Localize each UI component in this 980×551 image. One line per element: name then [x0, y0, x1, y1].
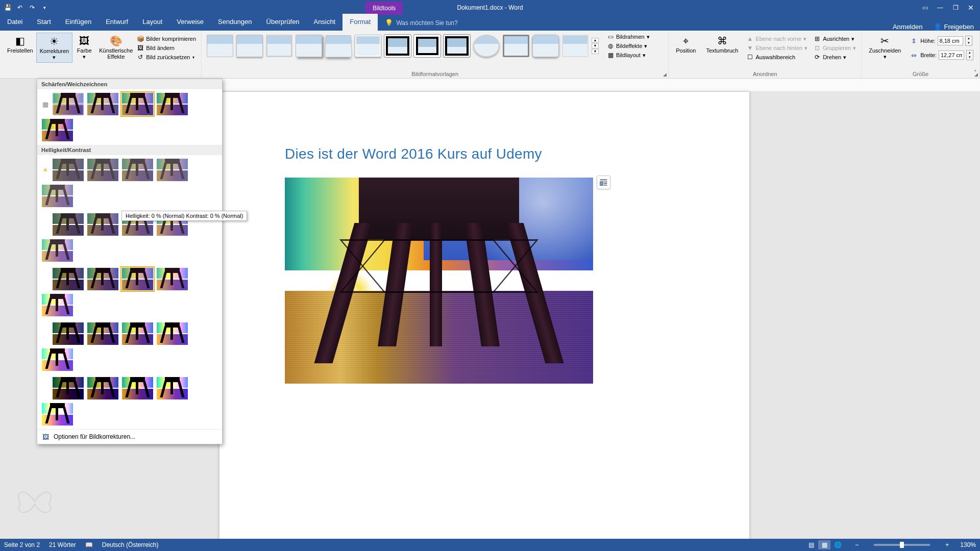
brightness-contrast-preset[interactable] [41, 403, 74, 426]
picture-corrections-options[interactable]: 🖼 Optionen für Bildkorrekturen... [37, 429, 222, 444]
rotate-button[interactable]: ⟳Drehen ▾ [813, 53, 857, 61]
position-button[interactable]: ⌖Position [673, 33, 699, 56]
style-thumb[interactable] [207, 35, 233, 57]
word-count[interactable]: 21 Wörter [49, 541, 76, 548]
bildeffekte-button[interactable]: ◍Bildeffekte ▾ [606, 42, 651, 50]
share-button[interactable]: 👤Freigeben [934, 23, 974, 31]
spinner-down-icon[interactable]: ▾ [967, 55, 973, 60]
zoom-slider[interactable] [874, 544, 930, 546]
kuenstlerische-effekte-button[interactable]: 🎨 Künstlerische Effekte [96, 33, 136, 62]
style-thumb[interactable] [355, 35, 381, 57]
brightness-contrast-preset[interactable] [41, 293, 74, 317]
brightness-contrast-preset[interactable] [41, 184, 74, 208]
gallery-up-icon[interactable]: ▴ [592, 38, 599, 43]
tab-verweise[interactable]: Verweise [169, 14, 211, 31]
maximize-icon[interactable]: ❐ [948, 2, 963, 14]
style-thumb[interactable] [414, 35, 440, 57]
brightness-contrast-preset[interactable] [41, 239, 74, 262]
style-thumb[interactable] [384, 35, 411, 57]
textumbruch-button[interactable]: ⌘Textumbruch [703, 33, 741, 56]
language-status[interactable]: Deutsch (Österreich) [102, 541, 159, 548]
tab-einfuegen[interactable]: Einfügen [58, 14, 99, 31]
selected-image[interactable] [285, 178, 593, 384]
height-input[interactable] [938, 36, 963, 45]
brightness-contrast-preset[interactable] [156, 322, 188, 345]
tab-entwurf[interactable]: Entwurf [99, 14, 135, 31]
brightness-contrast-preset[interactable] [87, 213, 119, 236]
zuschneiden-button[interactable]: ✂Zuschneiden▾ [866, 33, 904, 62]
redo-icon[interactable]: ↷ [28, 3, 37, 12]
style-thumb[interactable] [473, 35, 500, 57]
spinner-up-icon[interactable]: ▴ [967, 51, 973, 55]
compress-pictures-button[interactable]: 📦Bilder komprimieren [136, 35, 197, 43]
zoom-in-button[interactable]: + [943, 541, 951, 548]
web-layout-icon[interactable]: 🌐 [831, 540, 844, 549]
brightness-contrast-preset[interactable] [41, 348, 74, 371]
collapse-ribbon-icon[interactable]: ˄ [974, 69, 977, 76]
style-thumb[interactable] [236, 35, 263, 57]
tab-datei[interactable]: Datei [0, 14, 30, 31]
page[interactable]: Dies ist der Word 2016 Kurs auf Udemy [219, 92, 749, 551]
sharpen-preset[interactable] [87, 92, 119, 116]
korrekturen-button[interactable]: ☀ Korrekturen▾ [36, 33, 72, 63]
layout-options-button[interactable] [597, 176, 610, 189]
style-thumb[interactable] [532, 35, 559, 57]
change-picture-button[interactable]: 🖼Bild ändern [136, 44, 197, 52]
dialog-launcher-icon[interactable]: ◢ [663, 72, 667, 77]
style-thumb[interactable] [266, 35, 292, 57]
brightness-contrast-preset[interactable] [121, 158, 154, 182]
tab-sendungen[interactable]: Sendungen [211, 14, 259, 31]
qat-customize-icon[interactable]: ▾ [40, 3, 49, 12]
style-thumb[interactable] [562, 35, 589, 57]
close-icon[interactable]: ✕ [964, 2, 978, 14]
brightness-contrast-preset[interactable] [52, 377, 84, 400]
tell-me-search[interactable]: 💡 Was möchten Sie tun? [378, 15, 464, 31]
sign-in-link[interactable]: Anmelden [893, 23, 923, 31]
send-backward-button[interactable]: ▼Ebene nach hinten ▾ [745, 44, 808, 52]
spinner-down-icon[interactable]: ▾ [966, 41, 972, 45]
sharpen-preset[interactable] [121, 92, 154, 116]
group-button[interactable]: ⊡Gruppieren ▾ [813, 44, 857, 52]
sharpen-preset[interactable] [52, 92, 84, 116]
brightness-contrast-preset[interactable] [156, 158, 188, 182]
tab-format[interactable]: Format [342, 14, 378, 31]
save-icon[interactable]: 💾 [3, 3, 12, 12]
selection-pane-button[interactable]: ☐Auswahlbereich [745, 53, 808, 61]
ribbon-display-icon[interactable]: ▭ [918, 2, 932, 14]
style-thumb[interactable] [325, 35, 352, 58]
brightness-contrast-preset[interactable] [87, 377, 119, 400]
brightness-contrast-preset[interactable] [121, 267, 154, 291]
brightness-contrast-preset[interactable] [87, 267, 119, 291]
style-thumb[interactable] [503, 35, 529, 57]
gallery-more-icon[interactable]: ▾ [592, 49, 599, 54]
sharpen-preset[interactable] [41, 118, 74, 142]
proofing-icon[interactable]: 📖 [85, 541, 93, 548]
bildrahmen-button[interactable]: ▭Bildrahmen ▾ [606, 33, 651, 41]
brightness-contrast-preset[interactable] [156, 377, 188, 400]
tab-layout[interactable]: Layout [135, 14, 169, 31]
gallery-down-icon[interactable]: ▾ [592, 43, 599, 48]
reset-picture-button[interactable]: ↺Bild zurücksetzen ▾ [136, 53, 197, 61]
page-status[interactable]: Seite 2 von 2 [4, 541, 40, 548]
width-input[interactable] [939, 51, 964, 60]
bildlayout-button[interactable]: ▦Bildlayout ▾ [606, 51, 651, 59]
style-thumb[interactable] [296, 35, 322, 57]
align-button[interactable]: ⊞Ausrichten ▾ [813, 35, 857, 43]
brightness-contrast-preset[interactable] [52, 267, 84, 291]
brightness-contrast-preset[interactable] [52, 213, 84, 236]
brightness-contrast-preset[interactable] [121, 377, 154, 400]
tab-ansicht[interactable]: Ansicht [307, 14, 343, 31]
farbe-button[interactable]: 🖼 Farbe▾ [72, 33, 96, 62]
tab-start[interactable]: Start [30, 14, 58, 31]
brightness-contrast-preset[interactable] [121, 322, 154, 345]
freistellen-button[interactable]: ◧ Freistellen [4, 33, 36, 56]
minimize-icon[interactable]: — [933, 2, 947, 14]
tab-ueberpruefen[interactable]: Überprüfen [259, 14, 307, 31]
sharpen-preset[interactable] [156, 92, 188, 116]
ruler[interactable] [219, 79, 980, 92]
zoom-out-button[interactable]: − [853, 541, 861, 548]
undo-icon[interactable]: ↶ [15, 3, 24, 12]
brightness-contrast-preset[interactable] [52, 158, 84, 182]
zoom-level[interactable]: 130% [960, 541, 976, 548]
brightness-contrast-preset[interactable] [87, 322, 119, 345]
